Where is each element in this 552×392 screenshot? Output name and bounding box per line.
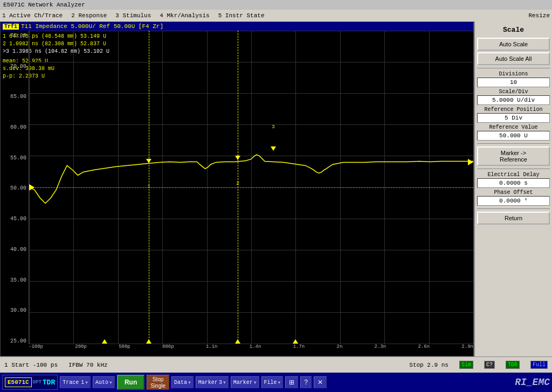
device-group: E5071C OPT TDR xyxy=(2,375,58,390)
elec-delay-value[interactable]: 0.0000 s xyxy=(477,178,550,188)
status-full: Full xyxy=(530,361,548,369)
menu-active-ch[interactable]: 1 Active Ch/Trace xyxy=(2,12,63,19)
bottom-marker3 xyxy=(235,339,240,344)
scale-per-div-value[interactable]: 5.0000 U/div xyxy=(477,95,550,105)
tdr-label: TDR xyxy=(43,379,55,387)
status-sim: Sim xyxy=(459,361,473,369)
y-label-2: 65.00 xyxy=(1,94,29,100)
status-tdr: TDR xyxy=(506,361,520,369)
y-label-1: 70.00 xyxy=(1,64,29,69)
chart-header: Trf1 T11 Impedance 5.000U/ Ref 50.00U [F… xyxy=(1,22,473,31)
marker-search-dropdown[interactable]: Marker ▼ xyxy=(231,376,259,388)
marker3-label: 3 xyxy=(272,124,274,130)
marker2-label: 2 xyxy=(236,181,239,186)
marker3-value: 3 xyxy=(219,380,222,386)
file-label: File xyxy=(264,380,277,386)
marker2-triangle xyxy=(235,156,240,160)
trace-dropdown[interactable]: Trace 1 ▼ xyxy=(60,376,91,388)
ref-position-value[interactable]: 5 Div xyxy=(477,113,550,123)
auto-arrow: ▼ xyxy=(109,380,112,385)
trace-value: 1 xyxy=(81,380,84,386)
chart-area: Trf1 T11 Impedance 5.000U/ Ref 50.00U [F… xyxy=(0,22,474,356)
y-label-0: 75.00 xyxy=(1,33,29,39)
menu-response[interactable]: 2 Response xyxy=(71,12,107,19)
scale-per-div-label: Scale/Div xyxy=(477,89,550,95)
toolbar: E5071C OPT TDR Trace 1 ▼ Auto ▼ Run Stop… xyxy=(0,373,552,392)
x-label-4: 1.1n xyxy=(206,344,218,349)
marker-search-label: Marker xyxy=(233,380,253,386)
bottom-marker2 xyxy=(146,339,151,344)
trace-label: Trace xyxy=(63,380,79,386)
menu-bar: 1 Active Ch/Trace 2 Response 3 Stimulus … xyxy=(0,10,552,22)
divisions-value[interactable]: 10 xyxy=(477,78,550,87)
phase-offset-field: Phase Offset 0.0000 ° xyxy=(477,190,550,206)
auto-scale-dropdown[interactable]: Auto ▼ xyxy=(93,376,115,388)
opt-label: OPT xyxy=(33,380,42,385)
x-label-6: 1.7n xyxy=(293,344,305,349)
menu-stimulus[interactable]: 3 Stimulus xyxy=(115,12,151,19)
status-c: C? xyxy=(484,361,495,369)
bottom-marker1 xyxy=(102,339,107,344)
y-label-9: 30.00 xyxy=(1,307,29,313)
icon-btn-2[interactable]: ? xyxy=(300,376,312,388)
x-label-7: 2n xyxy=(337,344,343,349)
icon-btn-1[interactable]: ⊞ xyxy=(285,376,298,388)
impedance-trace xyxy=(29,155,473,203)
marker-search-arrow: ▼ xyxy=(254,380,257,385)
x-label-8: 2.3n xyxy=(375,344,387,349)
x-label-2: 500p xyxy=(119,344,130,349)
channel-badge: Trf1 xyxy=(3,24,19,30)
y-label-3: 60.00 xyxy=(1,124,29,130)
y-label-7: 40.00 xyxy=(1,247,29,253)
right-ref-marker xyxy=(468,159,473,165)
elec-delay-field: Electrical Delay 0.0000 s xyxy=(477,172,550,188)
plot-area: 1 2 3 xyxy=(29,31,473,344)
ref-value-field: Reference Value 50.000 U xyxy=(477,124,550,141)
menu-instr[interactable]: 5 Instr State xyxy=(218,12,265,19)
divider4 xyxy=(477,208,550,209)
title-bar: E5071C Network Analyzer xyxy=(0,0,552,10)
trace-svg xyxy=(29,31,473,344)
phase-offset-value[interactable]: 0.0000 ° xyxy=(477,196,550,206)
main-area: Trf1 T11 Impedance 5.000U/ Ref 50.00U [F… xyxy=(0,22,552,356)
chart-title: T11 Impedance 5.000U/ Ref 50.00U [F4 Zr] xyxy=(21,23,163,30)
scale-per-div-field: Scale/Div 5.0000 U/div xyxy=(477,89,550,105)
menu-mkr[interactable]: 4 Mkr/Analysis xyxy=(160,12,209,19)
bottom-marker4 xyxy=(293,339,298,344)
marker3-triangle xyxy=(271,146,276,151)
icon-btn-3[interactable]: ✕ xyxy=(314,376,327,388)
data-label: Data xyxy=(174,380,187,386)
phase-offset-label: Phase Offset xyxy=(477,190,550,195)
title-text: E5071C Network Analyzer xyxy=(3,2,85,8)
auto-scale-all-btn[interactable]: Auto Scale All xyxy=(477,52,550,65)
divisions-field: Divisions 10 xyxy=(477,71,550,87)
divider2 xyxy=(477,143,550,144)
data-arrow: ▼ xyxy=(188,380,191,385)
file-dropdown[interactable]: File ▼ xyxy=(261,376,284,388)
y-label-5: 50.00 xyxy=(1,185,29,191)
status-start: 1 Start -100 ps xyxy=(4,362,58,368)
marker3-dropdown[interactable]: Marker 3 ▼ xyxy=(196,376,229,388)
marker-reference-btn[interactable]: Marker ->Reference xyxy=(477,146,550,166)
y-label-6: 45.00 xyxy=(1,216,29,222)
run-btn[interactable]: Run xyxy=(117,375,144,390)
auto-label: Auto xyxy=(95,380,108,386)
bottom-right: RI_EMC xyxy=(515,377,550,388)
return-btn[interactable]: Return xyxy=(477,212,550,225)
marker1-label: 1 xyxy=(147,184,150,190)
y-label-10: 25.00 xyxy=(1,338,29,344)
status-stop: Stop 2.9 ns xyxy=(409,362,448,368)
stop-single-btn[interactable]: StopSingle xyxy=(147,375,169,390)
divider1 xyxy=(477,68,550,68)
logo: RI_EMC xyxy=(515,377,550,388)
marker1-triangle xyxy=(146,159,151,163)
auto-scale-btn[interactable]: Auto Scale xyxy=(477,38,550,51)
ref-value-label: Reference Value xyxy=(477,124,550,130)
chart-body: 1 647.75 ps (48.548 mm) 53.149 U 2 1.098… xyxy=(1,31,473,352)
ref-value-value[interactable]: 50.000 U xyxy=(477,131,550,141)
marker3-label: Marker xyxy=(198,380,218,386)
x-label-5: 1.4n xyxy=(250,344,261,349)
resize-btn[interactable]: Resize xyxy=(528,12,550,19)
divisions-label: Divisions xyxy=(477,71,550,77)
data-mem-dropdown[interactable]: Data ▼ xyxy=(171,376,194,388)
